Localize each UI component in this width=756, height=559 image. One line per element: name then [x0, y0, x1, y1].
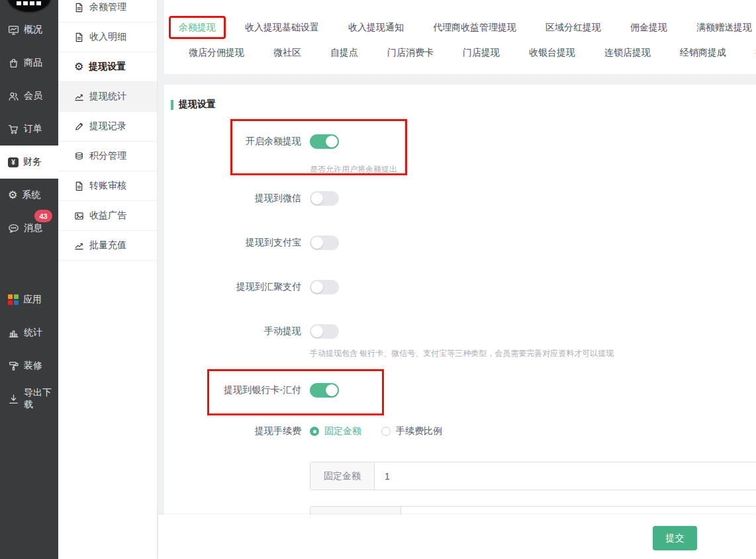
tab-commission-withdraw[interactable]: 佣金提现	[630, 22, 667, 34]
tab-microshop-commission-withdraw[interactable]: 微店分佣提现	[189, 47, 244, 59]
download-icon	[8, 394, 19, 405]
submenu-item-label: 积分管理	[89, 150, 126, 162]
finance-submenu: 余额管理 收入明细 ⚙ 提现设置 提现统计 提现记录 积分管理 转账审核 收益广…	[58, 0, 158, 559]
sidebar-item-label: 系统	[22, 189, 40, 201]
tab-store-withdraw[interactable]: 门店提现	[463, 47, 500, 59]
submenu-item-label: 余额管理	[89, 1, 126, 13]
row-withdraw-to-wechat: 提现到微信	[164, 189, 339, 208]
wallet-icon: ¥	[8, 157, 19, 167]
tab-row-2: 微店分佣提现 微社区 自提点 门店消费卡 门店提现 收银台提现 连锁店提现 经销…	[189, 47, 756, 59]
tab-income-withdraw-basic[interactable]: 收入提现基础设置	[245, 22, 319, 34]
sidebar-item-members[interactable]: 会员	[0, 79, 58, 112]
submenu-item-label: 收入明细	[89, 31, 126, 43]
sidebar-item-stats[interactable]: 统计	[0, 316, 58, 349]
manual-withdraw-toggle[interactable]	[310, 324, 339, 339]
fee-ratio-radio[interactable]: 手续费比例	[381, 425, 442, 437]
tab-full-gift-withdraw[interactable]: 满额赠送提现	[696, 22, 752, 34]
barchart-icon	[8, 327, 19, 339]
sidebar-item-label: 订单	[24, 123, 42, 135]
radio-label: 手续费比例	[396, 425, 442, 437]
tab-cashier-withdraw[interactable]: 收银台提现	[529, 47, 575, 59]
sidebar-item-label: 应用	[23, 294, 42, 306]
submenu-item-label: 提现统计	[89, 91, 126, 103]
submenu-item-label: 批量充值	[89, 239, 126, 251]
row-withdraw-to-joinpay: 提现到汇聚支付	[164, 277, 339, 297]
sidebar-item-overview[interactable]: 概况	[0, 13, 58, 46]
tab-self-pickup[interactable]: 自提点	[330, 47, 358, 59]
sidebar-item-label: 导出下载	[24, 387, 58, 411]
withdraw-to-bankcard-huifu-toggle[interactable]	[310, 383, 339, 398]
sidebar-item-goods[interactable]: 商品	[0, 46, 58, 79]
manual-withdraw-hint: 手动提现包含 银行卡、微信号、支付宝等三种类型，会员需要完善对应资料才可以提现	[310, 348, 614, 359]
sidebar-item-decorate[interactable]: 装修	[0, 349, 58, 382]
tab-balance-withdraw[interactable]: 余额提现	[179, 22, 216, 34]
sidebar-item-messages[interactable]: 消息 43	[0, 212, 58, 245]
submenu-item-transfer-audit[interactable]: 转账审核	[58, 171, 157, 201]
tab-agent-income-withdraw[interactable]: 代理商收益管理提现	[433, 22, 516, 34]
row-withdraw-to-bankcard-huifu: 提现到银行卡-汇付	[164, 380, 339, 400]
withdraw-to-alipay-toggle[interactable]	[310, 236, 339, 250]
withdraw-tabs-card: 余额提现 收入提现基础设置 收入提现通知 代理商收益管理提现 区域分红提现 佣金…	[164, 0, 756, 74]
withdraw-to-joinpay-toggle[interactable]	[310, 280, 339, 294]
submenu-item-points-manage[interactable]: 积分管理	[58, 142, 157, 171]
submit-button[interactable]: 提交	[653, 526, 697, 550]
sidebar-item-export-download[interactable]: 导出下载	[0, 382, 58, 415]
sidebar-item-label: 装修	[24, 360, 42, 372]
users-icon	[8, 91, 19, 102]
input-prepend-label	[310, 507, 401, 515]
tab-income-withdraw-notify[interactable]: 收入提现通知	[348, 22, 404, 34]
form-footer: 提交	[158, 515, 756, 559]
linechart-icon	[74, 241, 84, 251]
messages-count-badge: 43	[34, 210, 52, 222]
section-header: 提现设置	[171, 99, 216, 110]
submenu-item-balance-manage[interactable]: 余额管理	[58, 0, 157, 22]
document-icon	[74, 32, 84, 42]
tab-region-dividend-withdraw[interactable]: 区域分红提现	[545, 22, 601, 34]
withdraw-to-wechat-toggle[interactable]	[310, 191, 339, 206]
row-manual-withdraw: 手动提现	[164, 322, 339, 341]
sidebar-item-label: 概况	[24, 24, 42, 36]
fixed-amount-input[interactable]: 1	[375, 462, 756, 490]
app-logo[interactable]	[7, 0, 52, 13]
submenu-item-income-detail[interactable]: 收入明细	[58, 22, 157, 52]
pen-icon	[74, 122, 84, 132]
coins-icon	[74, 151, 84, 161]
main-sidebar: 概况 商品 会员 订单 ¥ 财务 ⚙ 系统 消息 43 应用 统计 装修 导出下…	[0, 0, 58, 559]
field-label: 提现到汇聚支付	[164, 281, 301, 293]
paint-roller-icon	[8, 361, 19, 372]
submenu-item-bulk-recharge[interactable]: 批量充值	[58, 231, 157, 261]
gear-icon: ⚙	[8, 190, 17, 200]
tab-micro-community[interactable]: 微社区	[273, 47, 301, 59]
row-enable-balance-withdraw: 开启余额提现	[164, 132, 339, 151]
tab-row-1: 余额提现 收入提现基础设置 收入提现通知 代理商收益管理提现 区域分红提现 佣金…	[179, 22, 752, 34]
field-label: 手动提现	[164, 325, 301, 337]
withdraw-settings-panel: 提现设置 开启余额提现 是否允许用户将余额提出 提现到微信 提现到支付宝 提现到…	[164, 85, 756, 515]
sidebar-item-apps[interactable]: 应用	[0, 283, 58, 316]
radio-dot-icon	[310, 427, 319, 436]
clipped-input-group	[310, 506, 756, 515]
tab-store-consume-card[interactable]: 门店消费卡	[387, 47, 434, 59]
linechart-icon	[74, 92, 84, 102]
submenu-item-label: 提现记录	[89, 120, 126, 132]
cart-icon	[8, 124, 19, 135]
sidebar-item-orders[interactable]: 订单	[0, 112, 58, 146]
submenu-item-withdraw-records[interactable]: 提现记录	[58, 112, 157, 142]
submenu-item-label: 转账审核	[89, 180, 126, 192]
document-icon	[74, 181, 84, 191]
clipped-input[interactable]	[401, 507, 756, 515]
radio-dot-icon	[381, 427, 391, 436]
sidebar-item-label: 财务	[23, 156, 42, 168]
field-label: 提现到银行卡-汇付	[164, 384, 301, 396]
row-withdraw-to-alipay: 提现到支付宝	[164, 233, 339, 253]
image-icon	[74, 211, 84, 221]
tab-dealer-commission[interactable]: 经销商提成	[680, 47, 726, 59]
sidebar-item-finance[interactable]: ¥ 财务	[0, 146, 58, 179]
sidebar-item-system[interactable]: ⚙ 系统	[0, 179, 58, 212]
submenu-item-withdraw-settings[interactable]: ⚙ 提现设置	[58, 52, 157, 82]
submenu-item-revenue-ads[interactable]: 收益广告	[58, 201, 157, 231]
enable-balance-withdraw-toggle[interactable]	[310, 134, 339, 149]
submenu-item-withdraw-stats[interactable]: 提现统计	[58, 82, 157, 112]
fee-fixed-amount-radio[interactable]: 固定金额	[310, 425, 361, 437]
tab-chainstore-withdraw[interactable]: 连锁店提现	[604, 47, 651, 59]
radio-label: 固定金额	[324, 425, 361, 437]
